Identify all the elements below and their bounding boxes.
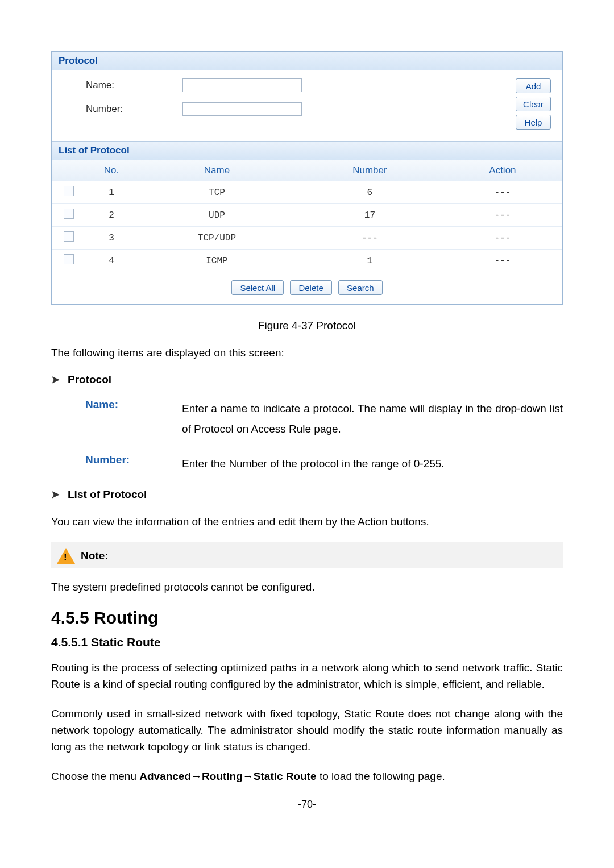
select-all-button[interactable]: Select All	[231, 280, 284, 295]
routing-para-1: Routing is the process of selecting opti…	[51, 659, 563, 693]
note-label: Note:	[81, 550, 109, 562]
help-button[interactable]: Help	[516, 115, 551, 130]
table-row: 1 TCP 6 ---	[52, 181, 562, 204]
list-paragraph: You can view the information of the entr…	[51, 513, 563, 530]
row-checkbox[interactable]	[64, 186, 74, 196]
bullet-arrow-icon: ➤	[51, 488, 60, 501]
table-header-row: No. Name Number Action	[52, 160, 562, 181]
add-button[interactable]: Add	[516, 78, 551, 93]
table-row: 4 ICMP 1 ---	[52, 250, 562, 272]
subsection-static-route: 4.5.5.1 Static Route	[51, 636, 563, 649]
page-number: -70-	[51, 799, 563, 811]
cell-number: 1	[297, 250, 443, 272]
panel-title: Protocol	[52, 52, 562, 70]
intro-line: The following items are displayed on thi…	[51, 344, 563, 361]
def-row-number: Number: Enter the Number of the protocol…	[85, 454, 563, 474]
def-term-name: Name:	[85, 398, 182, 438]
protocol-table: No. Name Number Action 1 TCP 6 --- 2 UDP…	[52, 160, 562, 272]
warning-icon	[57, 548, 75, 564]
col-no: No.	[86, 160, 137, 181]
note-header: Note:	[57, 548, 557, 564]
menu-path: Advanced→Routing→Static Route	[139, 770, 316, 782]
number-row: Number:	[63, 102, 504, 116]
col-name: Name	[137, 160, 297, 181]
definition-list: Name: Enter a name to indicate a protoco…	[85, 398, 563, 473]
table-row: 2 UDP 17 ---	[52, 204, 562, 227]
def-row-name: Name: Enter a name to indicate a protoco…	[85, 398, 563, 438]
cell-name: TCP	[137, 181, 297, 204]
name-input[interactable]	[182, 78, 302, 92]
form-area: Name: Number: Add Clear Help	[52, 70, 562, 141]
cell-name: ICMP	[137, 250, 297, 272]
table-button-row: Select All Delete Search	[52, 272, 562, 304]
cell-name: UDP	[137, 204, 297, 227]
cell-name: TCP/UDP	[137, 227, 297, 250]
cell-number: ---	[297, 227, 443, 250]
section-routing: 4.5.5 Routing	[51, 608, 563, 628]
col-check	[52, 160, 86, 181]
cell-no: 2	[86, 204, 137, 227]
cell-no: 4	[86, 250, 137, 272]
row-checkbox[interactable]	[64, 254, 74, 264]
bullet-list-label: List of Protocol	[68, 488, 147, 501]
bullet-list-of-protocol: ➤ List of Protocol	[51, 488, 563, 501]
search-button[interactable]: Search	[338, 280, 383, 295]
figure-caption: Figure 4-37 Protocol	[51, 319, 563, 332]
menu-suffix: to load the following page.	[317, 770, 445, 782]
cell-action: ---	[443, 227, 562, 250]
def-desc-number: Enter the Number of the protocol in the …	[182, 454, 563, 474]
menu-line: Choose the menu Advanced→Routing→Static …	[51, 768, 563, 785]
cell-no: 3	[86, 227, 137, 250]
note-text: The system predefined protocols cannot b…	[51, 579, 563, 595]
def-term-number: Number:	[85, 454, 182, 474]
cell-number: 17	[297, 204, 443, 227]
def-desc-name: Enter a name to indicate a protocol. The…	[182, 398, 563, 438]
button-column: Add Clear Help	[516, 78, 551, 130]
cell-number: 6	[297, 181, 443, 204]
col-number: Number	[297, 160, 443, 181]
menu-prefix: Choose the menu	[51, 770, 139, 782]
number-input[interactable]	[182, 102, 302, 116]
cell-no: 1	[86, 181, 137, 204]
col-action: Action	[443, 160, 562, 181]
cell-action: ---	[443, 181, 562, 204]
delete-button[interactable]: Delete	[290, 280, 331, 295]
row-checkbox[interactable]	[64, 209, 74, 219]
name-row: Name:	[63, 78, 504, 92]
clear-button[interactable]: Clear	[516, 97, 551, 111]
name-label: Name:	[63, 80, 131, 91]
bullet-protocol-label: Protocol	[68, 373, 111, 386]
note-box: Note:	[51, 542, 563, 568]
routing-para-2: Commonly used in small-sized network wit…	[51, 705, 563, 755]
form-left: Name: Number:	[63, 78, 504, 116]
row-checkbox[interactable]	[64, 231, 74, 242]
bullet-arrow-icon: ➤	[51, 373, 60, 386]
table-row: 3 TCP/UDP --- ---	[52, 227, 562, 250]
number-label: Number:	[63, 103, 131, 115]
cell-action: ---	[443, 204, 562, 227]
protocol-panel: Protocol Name: Number: Add Clear Help Li…	[51, 51, 563, 305]
bullet-protocol: ➤ Protocol	[51, 373, 563, 386]
list-title: List of Protocol	[52, 141, 562, 160]
cell-action: ---	[443, 250, 562, 272]
